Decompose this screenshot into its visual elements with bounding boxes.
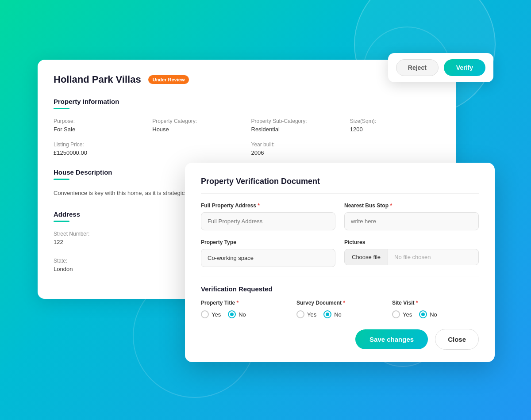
site-visit-radio-group: Site Visit * Yes No (392, 300, 479, 318)
site-visit-radio-label: Site Visit * (392, 300, 479, 306)
full-address-required: * (258, 202, 260, 209)
property-title-options: Yes No (201, 310, 288, 318)
site-visit-no[interactable]: No (419, 310, 437, 318)
survey-doc-no-radio[interactable] (323, 310, 331, 318)
survey-doc-yes-radio[interactable] (296, 310, 304, 318)
verification-grid: Property Title * Yes No Surv (201, 300, 479, 318)
property-info-underline (54, 108, 69, 109)
year-built-field: Year built: 2006 (251, 141, 440, 156)
form-row-2: Property Type Pictures Choose file No fi… (201, 239, 479, 267)
site-visit-no-radio[interactable] (419, 310, 427, 318)
survey-doc-radio-label: Survey Document * (296, 300, 383, 306)
verification-section: Verification Requested Property Title * … (201, 276, 479, 318)
listing-price-value: £1250000.00 (54, 149, 242, 156)
survey-doc-no[interactable]: No (323, 310, 342, 318)
reject-button[interactable]: Reject (396, 59, 439, 76)
size-value: 1200 (350, 126, 440, 133)
site-visit-yes-radio[interactable] (392, 310, 400, 318)
survey-doc-yes[interactable]: Yes (296, 310, 316, 318)
listing-price-label: Listing Price: (54, 141, 242, 148)
property-title-no[interactable]: No (228, 310, 246, 318)
property-info-grid2: Listing Price: £1250000.00 Year built: 2… (54, 141, 440, 156)
file-input-wrapper: Choose file No file chosen (344, 249, 479, 265)
verification-title: Verification Requested (201, 285, 479, 293)
size-field: Size(Sqm): 1200 (350, 118, 440, 133)
category-label: Property Category: (152, 118, 242, 124)
property-title-no-radio[interactable] (228, 310, 236, 318)
property-title-yes[interactable]: Yes (201, 310, 221, 318)
property-info-grid: Purpose: For Sale Property Category: Hou… (54, 118, 440, 133)
property-title: Holland Park Villas (54, 74, 141, 85)
property-type-label: Property Type (201, 239, 335, 245)
save-changes-button[interactable]: Save changes (355, 329, 428, 349)
property-type-input[interactable] (201, 249, 335, 267)
purpose-label: Purpose: (54, 118, 143, 124)
purpose-field: Purpose: For Sale (54, 118, 143, 133)
year-built-label: Year built: (251, 141, 440, 148)
form-row-1: Full Property Address * Nearest Bus Stop… (201, 202, 479, 230)
address-underline (54, 221, 69, 222)
subcategory-label: Property Sub-Category: (251, 118, 341, 124)
property-title-radio-label: Property Title * (201, 300, 288, 306)
house-desc-underline (54, 179, 69, 180)
full-address-label: Full Property Address * (201, 202, 335, 209)
status-badge: Under Review (148, 75, 189, 84)
size-label: Size(Sqm): (350, 118, 440, 124)
verify-button[interactable]: Verify (444, 59, 485, 76)
year-built-value: 2006 (251, 149, 440, 156)
choose-file-button[interactable]: Choose file (345, 249, 388, 265)
property-title-radio-group: Property Title * Yes No (201, 300, 288, 318)
full-address-input[interactable] (201, 212, 335, 230)
pictures-label: Pictures (344, 239, 479, 245)
nearest-bus-stop-required: * (390, 202, 392, 209)
file-name-display: No file chosen (388, 249, 478, 265)
verification-modal: Property Verification Document Full Prop… (185, 163, 495, 362)
category-value: House (152, 126, 242, 133)
full-address-group: Full Property Address * (201, 202, 335, 230)
modal-title: Property Verification Document (201, 177, 479, 194)
property-type-group: Property Type (201, 239, 335, 267)
site-visit-options: Yes No (392, 310, 479, 318)
site-visit-yes[interactable]: Yes (392, 310, 412, 318)
property-title-yes-radio[interactable] (201, 310, 209, 318)
nearest-bus-stop-label: Nearest Bus Stop * (344, 202, 479, 209)
modal-footer: Save changes Close (201, 329, 479, 350)
nearest-bus-stop-input[interactable] (344, 212, 479, 230)
category-field: Property Category: House (152, 118, 242, 133)
listing-price-field: Listing Price: £1250000.00 (54, 141, 242, 156)
nearest-bus-stop-group: Nearest Bus Stop * (344, 202, 479, 230)
pictures-group: Pictures Choose file No file chosen (344, 239, 479, 267)
survey-doc-options: Yes No (296, 310, 383, 318)
purpose-value: For Sale (54, 126, 143, 133)
subcategory-field: Property Sub-Category: Residential (251, 118, 341, 133)
property-card-header: Holland Park Villas Under Review (54, 74, 440, 85)
close-button[interactable]: Close (435, 329, 479, 350)
top-action-bar: Reject Verify (388, 53, 493, 82)
property-info-title: Property Information (54, 98, 440, 105)
subcategory-value: Residential (251, 126, 341, 133)
survey-doc-radio-group: Survey Document * Yes No (296, 300, 383, 318)
